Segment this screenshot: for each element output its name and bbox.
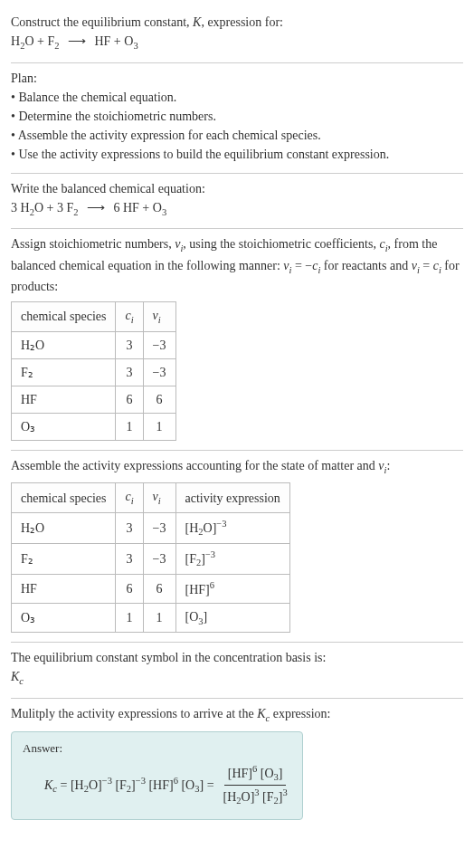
- plan-bullet-2: • Determine the stoichiometric numbers.: [11, 107, 463, 126]
- table-row: O₃ 1 1 [O3]: [12, 603, 290, 633]
- table-row: H₂O 3 −3: [12, 331, 176, 358]
- cell-nui: −3: [143, 544, 175, 575]
- col-ci: ci: [116, 483, 143, 513]
- cell-species: HF: [12, 575, 116, 604]
- table-row: HF 6 6 [HF]6: [12, 575, 290, 604]
- intro-section: Construct the equilibrium constant, K, e…: [11, 7, 463, 63]
- col-species: chemical species: [12, 483, 116, 513]
- cell-activity: [F2]−3: [175, 544, 289, 575]
- cell-activity: [H2O]−3: [175, 512, 289, 543]
- cell-ci: 6: [116, 575, 143, 604]
- cell-ci: 3: [116, 358, 143, 386]
- kc-symbol-section: The equilibrium constant symbol in the c…: [11, 643, 463, 699]
- table-row: HF 6 6: [12, 386, 176, 413]
- cell-ci: 1: [116, 413, 143, 440]
- cell-species: O₃: [12, 603, 116, 633]
- product-2: O3: [124, 34, 137, 48]
- plan-title: Plan:: [11, 69, 463, 88]
- coef-2: 3: [57, 201, 67, 215]
- K-symbol: K: [193, 15, 201, 29]
- col-species: chemical species: [12, 302, 116, 332]
- col-nui: νi: [143, 302, 175, 332]
- activity-table: chemical species ci νi activity expressi…: [11, 482, 290, 633]
- species-1: H2O: [21, 201, 44, 215]
- kc-lhs: Kc = [H2O]−3 [F2]−3 [HF]6 [O3] =: [44, 774, 214, 796]
- kc-expression: Kc = [H2O]−3 [F2]−3 [HF]6 [O3] = [HF]6 […: [44, 762, 291, 808]
- col-ci: ci: [116, 302, 143, 332]
- stoich-table: chemical species ci νi H₂O 3 −3 F₂ 3 −3 …: [11, 301, 176, 441]
- kc-denominator: [H2O]3 [F2]3: [220, 786, 291, 808]
- cell-nui: −3: [143, 331, 175, 358]
- table-row: F₂ 3 −3 [F2]−3: [12, 544, 290, 575]
- cell-species: HF: [12, 386, 116, 413]
- cell-nui: 6: [143, 386, 175, 413]
- species-4: O3: [153, 201, 166, 215]
- product-1: HF: [94, 34, 110, 48]
- cell-activity: [HF]6: [175, 575, 289, 604]
- cell-nui: 1: [143, 603, 175, 633]
- plus: +: [47, 201, 54, 215]
- assign-text: Assign stoichiometric numbers, νi, using…: [11, 234, 463, 296]
- table-header-row: chemical species ci νi: [12, 302, 176, 332]
- balanced-equation: 3 H2O + 3 F2 ⟶ 6 HF + O3: [11, 198, 463, 220]
- kc-symbol-text: The equilibrium constant symbol in the c…: [11, 648, 463, 667]
- table-row: F₂ 3 −3: [12, 358, 176, 386]
- cell-species: F₂: [12, 358, 116, 386]
- cell-species: F₂: [12, 544, 116, 575]
- cell-ci: 3: [116, 544, 143, 575]
- arrow-icon: ⟶: [68, 32, 86, 51]
- multiply-text: Mulitply the activity expressions to arr…: [11, 704, 463, 726]
- assemble-section: Assemble the activity expressions accoun…: [11, 451, 463, 644]
- plus: +: [142, 201, 149, 215]
- assemble-text: Assemble the activity expressions accoun…: [11, 456, 463, 478]
- col-activity: activity expression: [175, 483, 289, 513]
- arrow-icon: ⟶: [87, 198, 105, 217]
- plan-bullet-3: • Assemble the activity expression for e…: [11, 126, 463, 145]
- intro-text-1: Construct the equilibrium constant,: [11, 15, 193, 29]
- answer-label: Answer:: [23, 739, 291, 758]
- cell-ci: 3: [116, 331, 143, 358]
- plus: +: [37, 34, 44, 48]
- col-nui: νi: [143, 483, 175, 513]
- plan-section: Plan: • Balance the chemical equation. •…: [11, 63, 463, 174]
- reactant-1: H2O: [11, 34, 34, 48]
- cell-ci: 3: [116, 512, 143, 543]
- balanced-section: Write the balanced chemical equation: 3 …: [11, 174, 463, 230]
- plan-bullet-1: • Balance the chemical equation.: [11, 88, 463, 107]
- balanced-title: Write the balanced chemical equation:: [11, 179, 463, 198]
- assign-section: Assign stoichiometric numbers, νi, using…: [11, 229, 463, 451]
- answer-box: Answer: Kc = [H2O]−3 [F2]−3 [HF]6 [O3] =…: [11, 731, 303, 821]
- unbalanced-equation: H2O + F2 ⟶ HF + O3: [11, 32, 463, 53]
- coef-3: 6: [113, 201, 123, 215]
- cell-nui: 1: [143, 413, 175, 440]
- cell-nui: −3: [143, 358, 175, 386]
- species-3: HF: [123, 201, 139, 215]
- cell-species: O₃: [12, 413, 116, 440]
- plus: +: [114, 34, 121, 48]
- species-2: F2: [66, 201, 78, 215]
- coef-1: 3: [11, 201, 21, 215]
- kc-numerator: [HF]6 [O3]: [224, 762, 287, 786]
- cell-species: H₂O: [12, 512, 116, 543]
- cell-activity: [O3]: [175, 603, 289, 633]
- reactant-2: F2: [47, 34, 59, 48]
- table-header-row: chemical species ci νi activity expressi…: [12, 483, 290, 513]
- intro-text-2: , expression for:: [201, 15, 283, 29]
- table-row: H₂O 3 −3 [H2O]−3: [12, 512, 290, 543]
- multiply-section: Mulitply the activity expressions to arr…: [11, 699, 463, 829]
- kc-symbol: Kc: [11, 667, 463, 689]
- cell-nui: −3: [143, 512, 175, 543]
- table-row: O₃ 1 1: [12, 413, 176, 440]
- cell-ci: 1: [116, 603, 143, 633]
- plan-bullet-4: • Use the activity expressions to build …: [11, 145, 463, 164]
- kc-fraction: [HF]6 [O3] [H2O]3 [F2]3: [220, 762, 291, 808]
- cell-nui: 6: [143, 575, 175, 604]
- intro-line: Construct the equilibrium constant, K, e…: [11, 13, 463, 32]
- cell-species: H₂O: [12, 331, 116, 358]
- cell-ci: 6: [116, 386, 143, 413]
